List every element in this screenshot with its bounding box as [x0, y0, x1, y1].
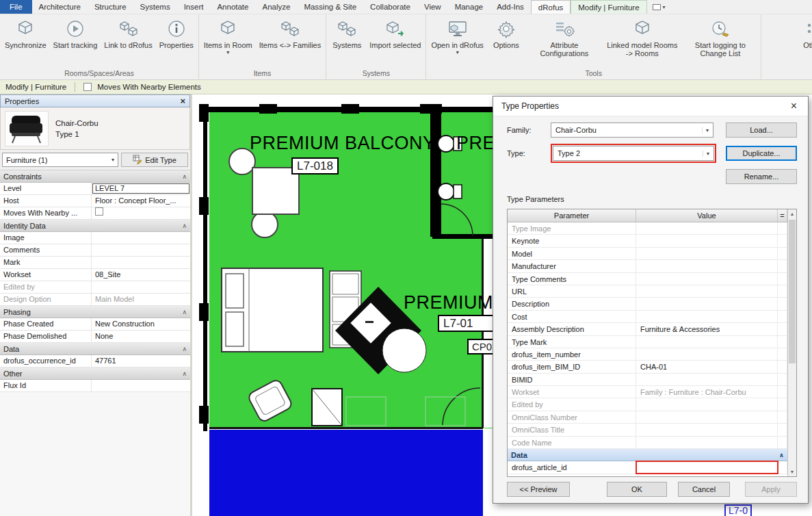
param-value[interactable] — [636, 248, 778, 259]
tab-add-ins[interactable]: Add-Ins — [490, 0, 531, 14]
preview-button[interactable]: << Preview — [507, 482, 570, 497]
tab-insert[interactable]: Insert — [177, 0, 211, 14]
moves-with-nearby-checkbox[interactable] — [83, 83, 92, 91]
param-value[interactable] — [636, 348, 778, 360]
ribbon-button-label: Start logging to Change List — [685, 41, 756, 57]
tab-drofus[interactable]: dRofus — [531, 0, 571, 14]
param-name: URL — [508, 285, 636, 297]
ribbon-button-systems[interactable]: Systems — [328, 14, 365, 67]
ribbon-button-properties[interactable]: Properties — [157, 14, 196, 67]
param-section-data[interactable]: Data∧ — [508, 449, 787, 461]
property-value[interactable]: Main Model — [92, 294, 190, 305]
param-value[interactable]: CHA-01 — [636, 361, 778, 372]
room-label-premium[interactable]: PREMIUM — [404, 292, 493, 313]
param-value[interactable] — [636, 311, 778, 322]
properties-palette-header[interactable]: Properties × — [0, 94, 190, 107]
family-dropdown[interactable]: Chair-Corbu ▾ — [551, 122, 713, 138]
param-value[interactable] — [636, 461, 778, 473]
section-header-phasing[interactable]: Phasing∧ — [0, 306, 190, 318]
ribbon-button-linked-model-rooms-rooms[interactable]: Linked model Rooms -> Rooms — [604, 14, 681, 67]
param-value[interactable] — [636, 411, 778, 423]
section-header-identity-data[interactable]: Identity Data∧ — [0, 220, 190, 232]
room-tag-l7-01[interactable]: L7-01 — [438, 315, 497, 332]
load-button[interactable]: Load... — [726, 122, 797, 138]
param-eq — [778, 361, 787, 372]
cube-icon — [633, 18, 652, 40]
close-icon[interactable]: × — [788, 101, 800, 112]
param-value[interactable]: Furniture & Accessories — [636, 323, 778, 335]
ok-button[interactable]: OK — [607, 482, 667, 497]
ribbon-button-link-to-drofus[interactable]: Link to dRofus — [101, 14, 155, 67]
property-value[interactable] — [92, 257, 190, 268]
property-value[interactable] — [92, 244, 190, 256]
property-value[interactable]: None — [92, 331, 190, 342]
duplicate-button[interactable]: Duplicate... — [726, 146, 797, 161]
property-value[interactable] — [92, 207, 190, 219]
column-value[interactable]: Value — [636, 209, 778, 222]
scrollbar-thumb[interactable] — [789, 220, 796, 363]
param-value[interactable] — [636, 222, 778, 234]
rename-button[interactable]: Rename... — [726, 169, 797, 184]
param-value[interactable] — [636, 235, 778, 246]
tab-manage[interactable]: Manage — [448, 0, 490, 14]
ribbon-button-synchronize[interactable]: Synchronize — [2, 14, 49, 67]
tab-annotate[interactable]: Annotate — [210, 0, 255, 14]
section-header-data[interactable]: Data∧ — [0, 343, 190, 355]
property-label: drofus_occurrence_id — [0, 355, 92, 367]
column-parameter[interactable]: Parameter — [508, 209, 636, 222]
property-value[interactable]: New Construction — [92, 318, 190, 330]
param-value[interactable] — [636, 298, 778, 309]
param-value[interactable] — [636, 273, 778, 285]
param-value[interactable]: Family : Furniture : Chair-Corbu — [636, 386, 778, 398]
tab-massing-site[interactable]: Massing & Site — [297, 0, 363, 14]
tab-architecture[interactable]: Architecture — [32, 0, 88, 14]
edit-type-button[interactable]: Edit Type — [121, 153, 188, 167]
param-value[interactable] — [636, 424, 778, 435]
ribbon-button-start-logging-to-change-list[interactable]: Start logging to Change List — [682, 14, 759, 67]
section-header-other[interactable]: Other∧ — [0, 367, 190, 380]
property-value[interactable]: LEVEL 7 — [92, 183, 190, 194]
property-value[interactable] — [92, 380, 190, 391]
param-value[interactable] — [636, 437, 778, 448]
type-dropdown[interactable]: Type 2 ▾ — [553, 146, 714, 161]
room-tag-bottom-right[interactable]: L7-0 — [724, 504, 752, 516]
ribbon-button-attribute-configurations[interactable]: Attribute Configurations — [526, 14, 603, 67]
scroll-down-icon[interactable]: ▼ — [788, 467, 796, 476]
table-scrollbar[interactable]: ▲ ▼ — [787, 209, 796, 476]
ribbon-button-options[interactable]: Options — [488, 14, 525, 67]
section-header-constraints[interactable]: Constraints∧ — [0, 170, 190, 183]
ribbon-button-open-in-drofus[interactable]: Open in dRofus▾ — [428, 14, 486, 67]
ribbon-display-toggle[interactable]: ▾ — [647, 0, 671, 14]
tab-collaborate[interactable]: Collaborate — [363, 0, 417, 14]
property-value[interactable]: 47761 — [92, 355, 190, 367]
ribbon-button-oth[interactable]: Oth — [791, 14, 812, 67]
room-label-premium-clipped[interactable]: PRE — [456, 133, 495, 154]
room-label-premium-balcony[interactable]: PREMIUM BALCONY — [250, 133, 436, 154]
element-filter-dropdown[interactable]: Furniture (1) ▾ — [2, 153, 118, 167]
scroll-up-icon[interactable]: ▲ — [788, 209, 796, 218]
property-value[interactable]: Floor : Concept Floor_... — [92, 195, 190, 207]
property-value[interactable] — [92, 281, 190, 293]
property-value[interactable] — [92, 232, 190, 244]
ribbon-button-items-in-room[interactable]: Items in Room▾ — [201, 14, 255, 67]
dialog-title-bar[interactable]: Type Properties × — [493, 96, 808, 116]
ribbon-button-import-selected[interactable]: Import selected — [367, 14, 423, 67]
param-value[interactable] — [636, 374, 778, 385]
property-value[interactable]: 08_Site — [92, 269, 190, 281]
tab-modify-furniture[interactable]: Modify | Furniture — [571, 0, 646, 14]
checkbox[interactable] — [95, 207, 103, 216]
tab-view[interactable]: View — [417, 0, 448, 14]
close-icon[interactable]: × — [180, 96, 185, 105]
ribbon-button-start-tracking[interactable]: Start tracking — [51, 14, 101, 67]
param-value[interactable] — [636, 336, 778, 348]
ribbon-button-items-families[interactable]: Items <-> Families — [257, 14, 324, 67]
param-value[interactable] — [636, 398, 778, 410]
tab-analyze[interactable]: Analyze — [255, 0, 297, 14]
tab-systems[interactable]: Systems — [133, 0, 177, 14]
cancel-button[interactable]: Cancel — [678, 482, 730, 497]
param-value[interactable] — [636, 260, 778, 272]
room-tag-l7-018[interactable]: L7-018 — [291, 157, 339, 175]
tab-structure[interactable]: Structure — [88, 0, 133, 14]
param-value[interactable] — [636, 285, 778, 297]
file-menu-button[interactable]: File — [0, 0, 32, 14]
